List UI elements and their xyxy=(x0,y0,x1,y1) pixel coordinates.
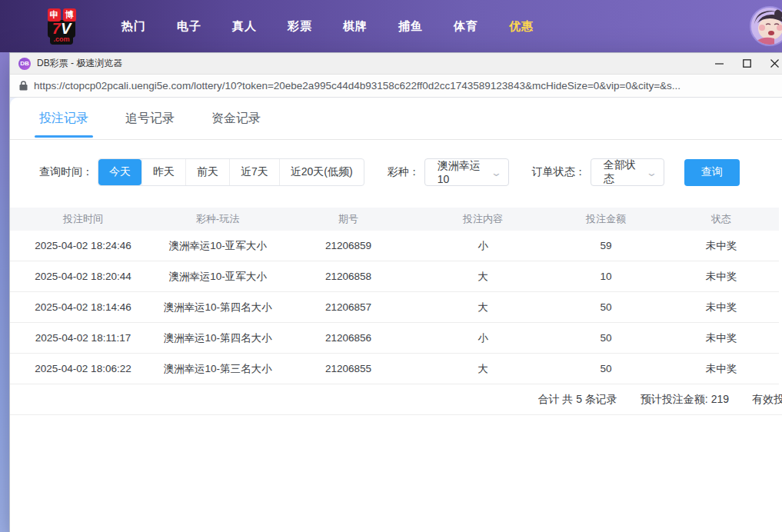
browser-favicon-icon: DB xyxy=(18,58,31,70)
search-button[interactable]: 查询 xyxy=(684,159,740,186)
tab-bet-records[interactable]: 投注记录 xyxy=(39,98,88,139)
table-cell: 21206856 xyxy=(279,332,418,344)
browser-urlbar[interactable]: https://ctopcp02pcali.uengi5e.com/lotter… xyxy=(10,75,782,98)
time-option-20days[interactable]: 近20天(低频) xyxy=(279,159,364,185)
nav-item-cards[interactable]: 棋牌 xyxy=(328,12,383,42)
table-row: 2025-04-02 18:20:44澳洲幸运10-亚军大小21206858大1… xyxy=(10,261,779,292)
lock-icon xyxy=(19,81,28,91)
table-header-cell: 状态 xyxy=(664,212,779,226)
maximize-icon[interactable] xyxy=(733,53,760,74)
user-avatar[interactable] xyxy=(750,6,782,46)
table-cell: 50 xyxy=(548,332,664,344)
table-cell: 小 xyxy=(418,331,548,345)
lottery-select-value: 澳洲幸运10 xyxy=(438,159,486,185)
avatar-illustration xyxy=(751,8,782,45)
table-row: 2025-04-02 18:11:17澳洲幸运10-第四名大小21206856小… xyxy=(10,323,779,354)
time-option-day-before[interactable]: 前天 xyxy=(185,159,229,185)
close-icon[interactable] xyxy=(760,53,782,74)
table-cell: 50 xyxy=(548,363,664,374)
table-cell: 澳洲幸运10-亚军大小 xyxy=(156,270,279,284)
table-header-cell: 投注内容 xyxy=(418,212,548,226)
table-header-cell: 期号 xyxy=(279,212,418,226)
logo-com: .com xyxy=(50,36,72,45)
nav-item-sports[interactable]: 体育 xyxy=(438,12,494,42)
table-cell: 小 xyxy=(418,239,548,253)
table-cell: 2025-04-02 18:11:17 xyxy=(10,332,156,344)
table-cell: 21206859 xyxy=(279,240,418,251)
summary-total-records: 合计 共 5 条记录 xyxy=(537,393,617,407)
logo-7: 7 xyxy=(52,20,61,37)
nav-item-slots[interactable]: 电子 xyxy=(161,12,217,42)
summary-valid-amount: 有效投注 xyxy=(752,393,782,407)
time-filter-group: 今天 昨天 前天 近7天 近20天(低频) xyxy=(98,158,364,186)
browser-viewport: 投注记录 追号记录 资金记录 查询时间： 今天 昨天 前天 近7天 近20天(低… xyxy=(10,98,782,532)
table-cell: 澳洲幸运10-亚军大小 xyxy=(156,239,279,253)
table-cell: 50 xyxy=(548,301,664,313)
table-cell: 21206855 xyxy=(279,363,418,374)
browser-titlebar[interactable]: DB DB彩票 - 极速浏览器 xyxy=(10,53,782,75)
time-option-7days[interactable]: 近7天 xyxy=(229,159,279,185)
table-cell: 21206858 xyxy=(279,271,418,282)
table-row: 2025-04-02 18:06:22澳洲幸运10-第三名大小21206855大… xyxy=(10,354,779,384)
table-row: 2025-04-02 18:14:46澳洲幸运10-第四名大小21206857大… xyxy=(10,292,779,323)
bet-records-table: 投注时间彩种-玩法期号投注内容投注金额状态 2025-04-02 18:24:4… xyxy=(10,208,779,415)
browser-window: DB DB彩票 - 极速浏览器 https://ctopcp02pcali.ue… xyxy=(9,52,782,532)
minimize-icon[interactable] xyxy=(705,53,733,74)
table-cell: 2025-04-02 18:24:46 xyxy=(10,240,156,251)
browser-window-title: DB彩票 - 极速浏览器 xyxy=(37,57,122,70)
table-header-cell: 投注金额 xyxy=(548,212,664,226)
nav-item-fishing[interactable]: 捕鱼 xyxy=(383,12,438,42)
table-cell: 2025-04-02 18:14:46 xyxy=(10,301,156,313)
lottery-select[interactable]: 澳洲幸运10 ⌄ xyxy=(424,158,509,186)
url-text[interactable]: https://ctopcp02pcali.uengi5e.com/lotter… xyxy=(34,80,681,91)
site-header: 申 博 7V .com 热门 电子 真人 彩票 棋牌 捕鱼 体育 优惠 xyxy=(0,0,782,52)
lottery-records-page: 投注记录 追号记录 资金记录 查询时间： 今天 昨天 前天 近7天 近20天(低… xyxy=(10,98,782,532)
lottery-filter-label: 彩种： xyxy=(388,165,420,179)
records-table-body: 2025-04-02 18:24:46澳洲幸运10-亚军大小21206859小5… xyxy=(10,231,779,384)
table-cell: 未中奖 xyxy=(664,362,779,376)
chevron-down-icon: ⌄ xyxy=(491,167,502,178)
time-filter-label: 查询时间： xyxy=(39,165,93,179)
table-cell: 未中奖 xyxy=(664,239,779,253)
tab-chase-records[interactable]: 追号记录 xyxy=(125,98,175,139)
order-status-label: 订单状态： xyxy=(532,165,586,179)
filter-bar: 查询时间： 今天 昨天 前天 近7天 近20天(低频) 彩种： 澳洲幸运10 ⌄… xyxy=(39,158,782,186)
tab-fund-records[interactable]: 资金记录 xyxy=(211,98,261,139)
time-option-today[interactable]: 今天 xyxy=(98,159,141,185)
table-cell: 59 xyxy=(548,240,664,251)
chevron-down-icon: ⌄ xyxy=(646,167,657,178)
table-cell: 大 xyxy=(418,301,548,314)
nav-item-promo[interactable]: 优惠 xyxy=(494,12,549,42)
order-status-select[interactable]: 全部状态 ⌄ xyxy=(591,158,664,186)
logo-badge-bo: 博 xyxy=(63,8,76,22)
table-cell: 澳洲幸运10-第四名大小 xyxy=(156,301,279,314)
table-header-cell: 彩种-玩法 xyxy=(156,212,279,226)
table-cell: 大 xyxy=(418,362,548,376)
table-cell: 澳洲幸运10-第四名大小 xyxy=(156,331,279,345)
records-tabs: 投注记录 追号记录 资金记录 xyxy=(10,98,782,140)
nav-item-hot[interactable]: 热门 xyxy=(106,12,161,42)
table-cell: 未中奖 xyxy=(664,301,779,314)
table-summary-row: 合计 共 5 条记录 预计投注金额: 219 有效投注 xyxy=(10,384,782,415)
summary-estimated-amount: 预计投注金额: 219 xyxy=(641,393,729,407)
table-cell: 大 xyxy=(418,270,548,284)
table-header-row: 投注时间彩种-玩法期号投注内容投注金额状态 xyxy=(10,208,779,231)
logo-badges: 申 博 xyxy=(48,8,76,22)
nav-item-live[interactable]: 真人 xyxy=(217,12,272,42)
logo-badge-shen: 申 xyxy=(48,8,61,22)
site-logo[interactable]: 申 博 7V .com xyxy=(38,8,85,45)
table-row: 2025-04-02 18:24:46澳洲幸运10-亚军大小21206859小5… xyxy=(10,231,779,261)
table-cell: 10 xyxy=(548,271,664,282)
table-cell: 21206857 xyxy=(279,301,418,313)
table-cell: 澳洲幸运10-第三名大小 xyxy=(156,362,279,376)
window-controls xyxy=(705,53,782,74)
table-cell: 2025-04-02 18:20:44 xyxy=(10,271,156,282)
time-option-yesterday[interactable]: 昨天 xyxy=(141,159,185,185)
nav-item-lottery[interactable]: 彩票 xyxy=(272,12,328,42)
order-status-value: 全部状态 xyxy=(604,158,641,186)
table-header-cell: 投注时间 xyxy=(10,212,156,226)
table-cell: 未中奖 xyxy=(664,331,779,345)
table-cell: 未中奖 xyxy=(664,270,779,284)
main-nav: 热门 电子 真人 彩票 棋牌 捕鱼 体育 优惠 xyxy=(106,12,549,42)
table-cell: 2025-04-02 18:06:22 xyxy=(10,363,156,374)
